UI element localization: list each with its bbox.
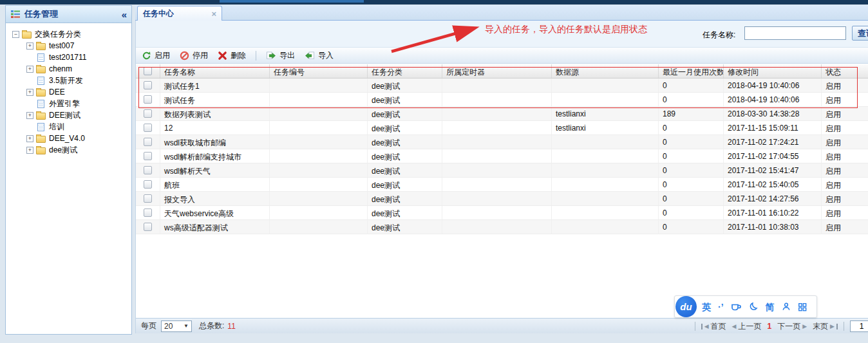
tree-item[interactable]: 外置引擎 — [6, 98, 131, 109]
column-header-category[interactable]: 任务分类 — [368, 64, 442, 78]
disable-button[interactable]: 停用 — [180, 50, 208, 61]
table-row[interactable]: 报文导入dee测试02017-11-02 14:27:56启用 — [136, 192, 868, 206]
table-row[interactable]: 航班dee测试02017-11-02 15:40:05启用 — [136, 178, 868, 192]
tree-item[interactable]: 培训 — [6, 121, 131, 133]
column-header-status[interactable]: 状态 — [822, 64, 868, 78]
tree-item[interactable]: test201711 — [6, 51, 131, 63]
app-root: { "colors": { "annotation_red": "#e03131… — [0, 0, 868, 343]
next-page-button[interactable]: 下一页 ▶ — [777, 321, 807, 332]
top-title-bar — [0, 0, 868, 5]
first-page-button[interactable]: ◀ 首页 — [701, 321, 726, 332]
night-mode-icon[interactable] — [749, 302, 759, 311]
punctuation-icon[interactable]: ·’ — [718, 302, 724, 311]
table-row[interactable]: ws高级适配器测试dee测试02017-11-01 10:38:03启用 — [136, 220, 868, 234]
tree-item-label: 3.5新开发 — [49, 75, 83, 86]
expand-node-icon[interactable]: + — [26, 66, 33, 73]
per-page-select[interactable]: 20 ▼ — [161, 320, 192, 332]
user-icon[interactable] — [782, 302, 791, 311]
table-row[interactable]: 12dee测试testlianxi02017-11-15 15:09:11启用 — [136, 121, 868, 135]
expand-node-icon[interactable]: + — [26, 135, 33, 142]
column-header-timer[interactable]: 所属定时器 — [442, 64, 552, 78]
cup-icon[interactable] — [731, 302, 742, 311]
menu-grid-icon[interactable] — [798, 302, 807, 311]
row-checkbox[interactable] — [144, 223, 152, 231]
tab-close-icon[interactable]: × — [211, 10, 216, 18]
select-all-checkbox[interactable] — [144, 67, 152, 75]
tab-task-center[interactable]: 任务中心 × — [137, 6, 222, 21]
expand-node-icon[interactable]: + — [26, 147, 33, 154]
tree-item[interactable]: +DEE_V4.0 — [6, 133, 131, 144]
collapse-sidebar-icon[interactable]: « — [122, 10, 127, 19]
import-button[interactable]: 导入 — [305, 50, 334, 61]
table-row[interactable]: 天气webservice高级dee测试02017-11-01 16:10:22启… — [136, 206, 868, 220]
column-header-modified[interactable]: 修改时间 — [724, 64, 822, 78]
column-header-usage[interactable]: 最近一月使用次数 — [659, 64, 724, 78]
sidebar-header: 任务管理 « — [6, 6, 131, 23]
last-page-button[interactable]: 末页 ▶ — [813, 321, 838, 332]
left-triangle-icon: ◀ — [732, 323, 737, 329]
english-mode-icon[interactable]: 英 — [702, 302, 711, 311]
tree-item-label: test201711 — [49, 53, 87, 62]
export-icon — [266, 51, 276, 60]
tree-item[interactable]: +test007 — [6, 40, 131, 51]
cell-code — [270, 93, 368, 106]
delete-icon — [218, 51, 227, 60]
cell-modified: 2017-11-02 17:24:21 — [724, 135, 822, 149]
tree-item[interactable]: −交换任务分类 — [6, 28, 131, 40]
folder-icon — [36, 136, 46, 143]
tree-item[interactable]: +dee测试 — [6, 144, 131, 156]
table-row[interactable]: wsdl解析邮编支持城市dee测试02017-11-02 17:04:55启用 — [136, 149, 868, 163]
enable-button[interactable]: 启用 — [142, 50, 170, 61]
cell-modified: 2017-11-02 17:04:55 — [724, 149, 822, 163]
row-checkbox[interactable] — [144, 81, 152, 89]
tree-item[interactable]: +chenm — [6, 63, 131, 75]
prev-page-label: 上一页 — [738, 321, 761, 332]
cell-modified: 2017-11-01 10:38:03 — [724, 220, 822, 234]
cell-status: 启用 — [822, 135, 868, 149]
cell-modified: 2018-04-19 10:40:06 — [724, 93, 822, 106]
row-checkbox-cell — [136, 163, 160, 177]
table-row[interactable]: wsdl获取城市邮编dee测试02017-11-02 17:24:21启用 — [136, 135, 868, 149]
export-button[interactable]: 导出 — [266, 50, 295, 61]
cell-code — [270, 192, 368, 205]
file-icon — [37, 53, 44, 62]
cell-datasource — [552, 149, 659, 163]
simplified-chinese-icon[interactable]: 简 — [766, 302, 775, 311]
row-checkbox[interactable] — [144, 166, 152, 174]
row-checkbox-cell — [136, 121, 160, 134]
expand-node-icon[interactable]: + — [26, 42, 33, 50]
tree-item[interactable]: 3.5新开发 — [6, 75, 131, 86]
collapse-node-icon[interactable]: − — [12, 31, 19, 38]
row-checkbox[interactable] — [144, 95, 152, 104]
page-number-input[interactable] — [850, 320, 868, 332]
cell-status: 启用 — [822, 79, 868, 92]
query-button[interactable]: 查询 — [852, 26, 868, 41]
cell-timer — [442, 135, 552, 149]
row-checkbox[interactable] — [144, 152, 152, 160]
row-checkbox[interactable] — [144, 138, 152, 146]
expand-node-icon[interactable]: + — [26, 112, 33, 119]
table-row[interactable]: wsdl解析天气dee测试02017-11-02 15:41:47启用 — [136, 163, 868, 178]
expand-node-icon[interactable]: + — [26, 89, 33, 96]
row-checkbox[interactable] — [144, 180, 152, 189]
task-name-input[interactable] — [744, 26, 846, 40]
cell-modified: 2017-11-01 16:10:22 — [724, 206, 822, 219]
row-checkbox[interactable] — [144, 124, 152, 132]
row-checkbox[interactable] — [144, 209, 152, 217]
baidu-logo[interactable]: du — [675, 296, 697, 317]
cell-category: dee测试 — [368, 163, 442, 177]
tree-item[interactable]: +DEE — [6, 86, 131, 98]
cell-datasource — [552, 220, 659, 234]
total-count-value: 11 — [227, 322, 235, 331]
row-checkbox[interactable] — [144, 109, 152, 118]
table-row[interactable]: 测试任务dee测试02018-04-19 10:40:06启用 — [136, 93, 868, 107]
column-header-datasource[interactable]: 数据源 — [552, 64, 659, 78]
delete-button[interactable]: 删除 — [218, 50, 246, 61]
prev-page-button[interactable]: ◀ 上一页 — [732, 321, 762, 332]
column-header-name[interactable]: 任务名称 — [160, 64, 270, 78]
row-checkbox[interactable] — [144, 194, 152, 203]
tree-item[interactable]: +DEE测试 — [6, 109, 131, 121]
column-header-code[interactable]: 任务编号 — [270, 64, 368, 78]
table-row[interactable]: 数据列表测试dee测试testlianxi1892018-03-30 14:38… — [136, 107, 868, 121]
table-row[interactable]: 测试任务1dee测试02018-04-19 10:40:06启用 — [136, 79, 868, 93]
